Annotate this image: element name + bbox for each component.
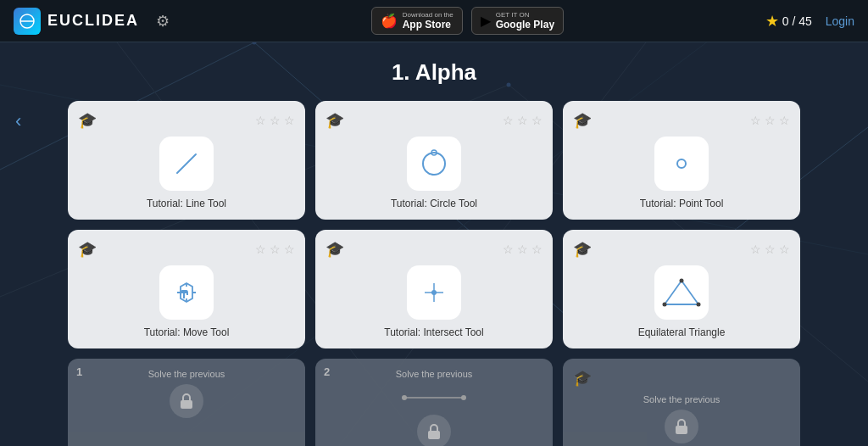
google-play-sub: GET IT ON <box>496 11 554 20</box>
svg-point-21 <box>431 290 437 295</box>
card-stars: ☆ ☆ ☆ <box>503 243 542 256</box>
graduation-cap-icon: 🎓 <box>78 111 97 130</box>
card-icon-wrap <box>654 265 709 320</box>
svg-point-16 <box>423 153 445 175</box>
svg-rect-30 <box>676 426 687 434</box>
card-number: 2 <box>324 365 330 378</box>
card-stars: ☆ ☆ ☆ <box>503 114 542 127</box>
card-tutorial-circle-tool[interactable]: 🎓☆ ☆ ☆Tutorial: Circle Tool <box>315 101 553 220</box>
card-tutorial-intersect-tool[interactable]: 🎓☆ ☆ ☆Tutorial: Intersect Tool <box>315 230 553 348</box>
locked-line-icon <box>400 389 468 410</box>
svg-point-24 <box>663 303 667 307</box>
app-store-name: App Store <box>403 19 453 31</box>
graduation-cap-icon: 🎓 <box>326 111 344 130</box>
stars-count: 0 / 45 <box>782 14 812 28</box>
stars-counter: ★ 0 / 45 <box>765 12 812 31</box>
card-label: Tutorial: Point Tool <box>640 198 724 209</box>
logo-text: EUCLiDEA <box>47 12 139 30</box>
card-header: 🎓☆ ☆ ☆ <box>573 111 790 130</box>
svg-point-23 <box>697 303 701 307</box>
card-header: 🎓☆ ☆ ☆ <box>326 111 542 130</box>
card-label: Tutorial: Circle Tool <box>391 198 477 209</box>
card-icon-wrap <box>159 137 214 191</box>
card-stars: ☆ ☆ ☆ <box>750 114 790 127</box>
card-stars: ☆ ☆ ☆ <box>750 243 790 256</box>
graduation-cap-icon: 🎓 <box>78 240 97 259</box>
app-store-sub: Download on the <box>403 11 453 20</box>
card-header: 🎓☆ ☆ ☆ <box>326 240 542 259</box>
card-header: 🎓 <box>573 369 790 387</box>
card-locked-3[interactable]: 🎓Solve the previous <box>563 359 800 446</box>
svg-point-22 <box>680 279 684 283</box>
page-title: 1. Alpha <box>68 59 800 86</box>
card-label: Equilateral Triangle <box>638 326 726 338</box>
card-label: Tutorial: Line Tool <box>147 198 226 209</box>
graduation-cap-icon: 🎓 <box>326 240 344 259</box>
cards-grid: 🎓☆ ☆ ☆Tutorial: Line Tool🎓☆ ☆ ☆Tutorial:… <box>68 101 800 446</box>
card-header: 🎓☆ ☆ ☆ <box>78 240 295 259</box>
lock-icon <box>417 415 451 446</box>
graduation-cap-icon: 🎓 <box>573 111 592 130</box>
card-locked-1[interactable]: 1Solve the previous <box>68 359 305 446</box>
card-number: 1 <box>76 365 82 378</box>
google-play-badge[interactable]: ▶ GET IT ON Google Play <box>471 7 564 36</box>
card-tutorial-line-tool[interactable]: 🎓☆ ☆ ☆Tutorial: Line Tool <box>68 101 305 220</box>
locked-label: Solve the previous <box>643 394 721 404</box>
card-equilateral-triangle[interactable]: 🎓☆ ☆ ☆Equilateral Triangle <box>563 230 800 348</box>
star-icon: ★ <box>765 12 779 31</box>
header: EUCLiDEA ⚙ 🍎 Download on the App Store ▶… <box>0 0 868 42</box>
graduation-cap-icon: 🎓 <box>573 369 592 387</box>
locked-label: Solve the previous <box>148 369 225 379</box>
nav-back-arrow[interactable]: ‹ <box>15 110 21 132</box>
svg-point-27 <box>402 395 407 400</box>
card-label: Tutorial: Move Tool <box>144 326 230 338</box>
google-play-icon: ▶ <box>481 13 491 29</box>
svg-rect-25 <box>181 400 192 409</box>
logo: EUCLiDEA ⚙ <box>14 8 170 35</box>
card-label: Tutorial: Intersect Tool <box>384 326 483 338</box>
card-stars: ☆ ☆ ☆ <box>255 114 295 127</box>
card-stars: ☆ ☆ ☆ <box>255 243 295 256</box>
card-icon-wrap <box>407 137 461 191</box>
logo-icon <box>14 8 41 35</box>
card-header: 🎓☆ ☆ ☆ <box>78 111 295 130</box>
graduation-cap-icon: 🎓 <box>573 240 592 259</box>
main-content: 1. Alpha 🎓☆ ☆ ☆Tutorial: Line Tool🎓☆ ☆ ☆… <box>0 42 868 446</box>
login-button[interactable]: Login <box>826 14 854 28</box>
card-header: 🎓☆ ☆ ☆ <box>573 240 790 259</box>
card-locked-2[interactable]: 2Solve the previous <box>315 359 553 446</box>
svg-point-18 <box>677 159 686 168</box>
header-right: ★ 0 / 45 Login <box>765 12 854 31</box>
header-center: 🍎 Download on the App Store ▶ GET IT ON … <box>371 7 564 36</box>
card-icon-wrap <box>159 265 214 320</box>
card-tutorial-point-tool[interactable]: 🎓☆ ☆ ☆Tutorial: Point Tool <box>563 101 800 220</box>
card-tutorial-move-tool[interactable]: 🎓☆ ☆ ☆ Tutorial: Move Tool <box>68 230 305 348</box>
locked-label: Solve the previous <box>396 369 473 379</box>
apple-icon: 🍎 <box>381 13 398 29</box>
lock-icon <box>170 384 203 418</box>
card-icon-wrap <box>654 137 709 191</box>
settings-icon[interactable]: ⚙ <box>156 12 170 31</box>
svg-point-28 <box>461 395 466 400</box>
app-store-badge[interactable]: 🍎 Download on the App Store <box>371 7 463 36</box>
svg-rect-29 <box>428 431 440 439</box>
lock-icon <box>665 410 698 443</box>
svg-line-15 <box>177 154 196 173</box>
google-play-name: Google Play <box>496 19 554 31</box>
card-icon-wrap <box>407 265 461 320</box>
